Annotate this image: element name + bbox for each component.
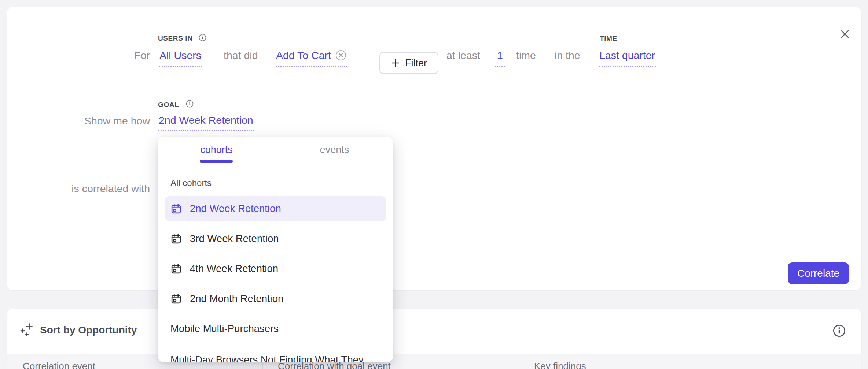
event-value-chip[interactable]: Add To Cart <box>276 49 347 67</box>
event-value-text: Add To Cart <box>276 49 331 61</box>
cohort-value-chip[interactable]: All Users <box>159 49 202 67</box>
sort-by-opportunity-button[interactable]: Sort by Opportunity <box>20 323 137 338</box>
tab-cohorts[interactable]: cohorts <box>158 137 275 163</box>
picker-divider <box>158 164 393 164</box>
users-in-label: USERS IN <box>158 34 193 42</box>
close-button[interactable] <box>836 25 854 43</box>
cohort-item-label: 2nd Month Retention <box>190 293 283 305</box>
close-icon <box>839 29 850 40</box>
cohort-item-mobile-multi-purchasers[interactable]: Mobile Multi-Purchasers <box>165 316 386 341</box>
cohort-item-2nd-week-retention[interactable]: 2nd Week Retention <box>165 196 386 221</box>
cohort-item-label: Mobile Multi-Purchasers <box>170 323 279 335</box>
cohort-item-multi-day-browsers[interactable]: Multi-Day Browsers Not Finding What They <box>165 347 386 362</box>
filter-button-label: Filter <box>405 57 427 69</box>
time-range-chip[interactable]: Last quarter <box>599 49 656 67</box>
cohort-item-2nd-month-retention[interactable]: 2nd Month Retention <box>165 286 386 311</box>
goal-value-chip[interactable]: 2nd Week Retention <box>158 114 254 131</box>
calendar-icon <box>170 293 182 305</box>
time-word: time <box>516 49 536 61</box>
info-icon <box>832 324 846 338</box>
remove-event-icon[interactable] <box>335 50 346 61</box>
picker-section-header: All cohorts <box>170 178 212 188</box>
active-tab-indicator <box>200 160 233 163</box>
column-header-key-findings: Key findings <box>534 361 586 369</box>
column-header-correlation-event: Correlation event <box>23 361 95 369</box>
that-did-words: that did <box>224 49 258 61</box>
is-correlated-with-words: is correlated with <box>40 182 150 195</box>
correlate-button[interactable]: Correlate <box>788 262 849 284</box>
correlate-screen: USERS IN TIME For All Users that did Add… <box>0 0 868 369</box>
goal-info-icon[interactable] <box>185 100 194 109</box>
cohort-item-label: 3rd Week Retention <box>190 233 279 245</box>
sparkle-sort-icon <box>20 323 34 338</box>
calendar-icon <box>170 233 182 245</box>
add-filter-button[interactable]: Filter <box>379 52 438 74</box>
cohort-item-4th-week-retention[interactable]: 4th Week Retention <box>165 256 386 281</box>
count-value-chip[interactable]: 1 <box>495 49 505 67</box>
plus-icon <box>391 58 400 68</box>
cohort-item-label: 2nd Week Retention <box>190 203 281 215</box>
cohort-item-label: Multi-Day Browsers Not Finding What They <box>170 354 364 362</box>
goal-label: GOAL <box>158 101 179 109</box>
results-table-header: Correlation event Correlation with goal … <box>7 354 861 369</box>
calendar-icon <box>170 203 182 215</box>
at-least-words: at least <box>446 49 480 61</box>
sort-button-label: Sort by Opportunity <box>40 324 137 336</box>
show-me-how-words: Show me how <box>40 115 150 127</box>
cohort-picker-dropdown: cohorts events All cohorts 2nd Week Rete… <box>158 137 393 362</box>
cohort-item-3rd-week-retention[interactable]: 3rd Week Retention <box>165 226 386 251</box>
time-label: TIME <box>600 34 617 42</box>
in-the-words: in the <box>555 49 580 61</box>
cohort-item-label: 4th Week Retention <box>190 263 278 275</box>
tab-events[interactable]: events <box>276 137 393 163</box>
query-builder-card: USERS IN TIME For All Users that did Add… <box>7 7 861 290</box>
for-word: For <box>40 49 150 61</box>
results-card: Sort by Opportunity Correlation event Co… <box>7 309 861 369</box>
calendar-icon <box>170 263 182 275</box>
users-in-info-icon[interactable] <box>198 33 207 43</box>
column-divider <box>519 354 519 369</box>
results-info-button[interactable] <box>831 323 847 339</box>
